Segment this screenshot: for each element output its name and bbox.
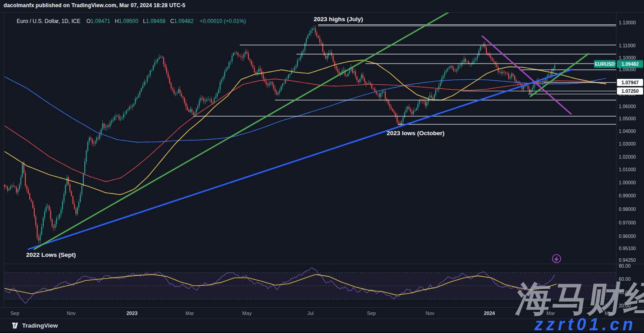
svg-text:1.13000: 1.13000	[619, 20, 636, 25]
svg-text:May: May	[242, 310, 252, 316]
svg-text:0.94250: 0.94250	[619, 257, 636, 263]
svg-text:1.11000: 1.11000	[619, 43, 635, 48]
tradingview-brand-text[interactable]: TradingView	[22, 322, 58, 329]
lightning-icon	[553, 255, 561, 263]
svg-text:1.01000: 1.01000	[619, 167, 636, 172]
svg-text:Sep: Sep	[367, 310, 376, 316]
svg-text:0.96000: 0.96000	[619, 233, 636, 239]
svg-text:0.99000: 0.99000	[619, 193, 636, 198]
level-price-badge-1: 1.07947	[617, 79, 643, 86]
svg-text:1.07250: 1.07250	[621, 88, 639, 94]
svg-text:0.95100: 0.95100	[619, 246, 636, 251]
svg-text:Mar: Mar	[186, 310, 194, 316]
svg-text:1.04000: 1.04000	[619, 128, 636, 134]
svg-text:2023 highs (July): 2023 highs (July)	[314, 16, 363, 23]
svg-text:1.10000: 1.10000	[619, 55, 636, 60]
svg-text:Sep: Sep	[10, 310, 19, 316]
svg-text:EURUSD: EURUSD	[595, 61, 615, 67]
svg-text:0.97000: 0.97000	[619, 220, 636, 225]
symbol-price-badge: EURUSD 1.09482	[594, 60, 643, 68]
svg-text:1.00000: 1.00000	[619, 180, 636, 185]
tradingview-logo-icon[interactable]	[12, 323, 19, 329]
candles-layer	[4, 25, 555, 244]
svg-text:1.06000: 1.06000	[619, 104, 636, 109]
svg-text:2023: 2023	[127, 310, 137, 316]
svg-text:80.00: 80.00	[619, 263, 630, 269]
level-price-badge-2: 1.07250	[617, 87, 643, 95]
svg-text:1.03000: 1.03000	[619, 141, 636, 146]
svg-text:Nov: Nov	[425, 310, 434, 316]
svg-text:1.02000: 1.02000	[619, 154, 636, 160]
svg-text:1.05000: 1.05000	[619, 116, 636, 121]
tradingview-published-chart-page: dacolmanfx published on TradingView.com,…	[0, 0, 644, 333]
svg-text:2022 Lows (Sept): 2022 Lows (Sept)	[26, 251, 76, 258]
footer-bar: TradingView	[0, 319, 644, 332]
svg-text:0.98000: 0.98000	[619, 206, 636, 212]
svg-text:1.09482: 1.09482	[621, 61, 639, 67]
svg-text:1.07947: 1.07947	[621, 80, 639, 85]
svg-text:Nov: Nov	[67, 310, 76, 316]
svg-text:2024: 2024	[484, 310, 495, 316]
chart-annotations: 2023 highs (July)2023 lows (October)2022…	[26, 16, 444, 258]
drawings-layer	[28, 9, 616, 249]
svg-text:Jul: Jul	[307, 310, 314, 316]
svg-text:2023 lows (October): 2023 lows (October)	[387, 130, 444, 137]
